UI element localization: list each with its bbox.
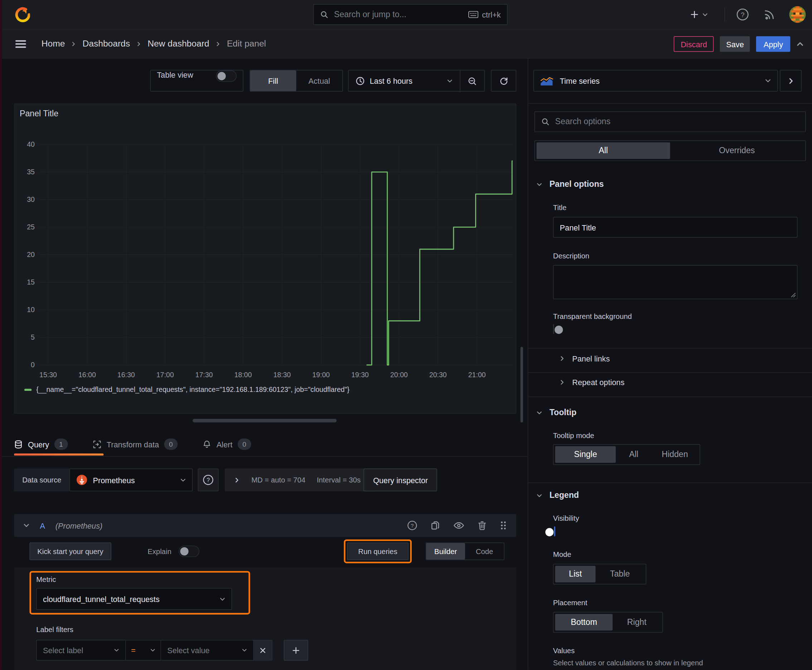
legend-mode-table[interactable]: Table [596, 566, 644, 582]
select-value-dropdown[interactable]: Select value [161, 640, 254, 661]
vertical-scrollbar-thumb[interactable] [520, 347, 523, 422]
chevron-down-icon [219, 596, 225, 602]
datasource-label-box: Data source [14, 469, 70, 491]
panel-options-header[interactable]: Panel options [537, 180, 604, 189]
remove-filter-button[interactable] [254, 640, 273, 661]
chart-legend-marker [24, 389, 32, 391]
transparent-bg-toggle[interactable] [553, 324, 554, 333]
options-search-input[interactable] [554, 116, 799, 127]
panel-title-input[interactable] [553, 217, 798, 238]
news-rss-icon[interactable] [763, 8, 776, 21]
chevron-down-icon [114, 648, 119, 653]
chart-legend-label: {__name__="cloudflared_tunnel_total_requ… [36, 386, 349, 394]
duplicate-query-icon[interactable] [431, 520, 441, 531]
query-a-header[interactable]: A (Prometheus) ? [14, 514, 516, 537]
chart-legend[interactable]: {__name__="cloudflared_tunnel_total_requ… [24, 386, 349, 394]
kick-start-query-button[interactable]: Kick start your query [29, 543, 111, 560]
help-icon[interactable]: ? [736, 7, 750, 22]
bell-icon [203, 440, 212, 449]
global-search-box[interactable]: ctrl+k [313, 4, 507, 25]
collapse-pane-icon[interactable] [797, 41, 804, 47]
grafana-logo-icon[interactable] [15, 7, 30, 22]
delete-query-trash-icon[interactable] [477, 520, 487, 531]
datasource-name: Prometheus [93, 475, 135, 485]
legend-visibility-toggle[interactable] [554, 526, 555, 536]
menu-hamburger-icon[interactable] [14, 37, 27, 51]
query-inspector-button[interactable]: Query inspector [364, 469, 437, 491]
datasource-help-button[interactable]: ? [198, 469, 219, 491]
fill-option[interactable]: Fill [250, 71, 297, 91]
discard-button[interactable]: Discard [674, 36, 714, 52]
active-tab-underline [14, 453, 103, 456]
transparent-bg-label: Transparent background [553, 312, 632, 320]
tooltip-header[interactable]: Tooltip [537, 408, 577, 417]
topnav-divider [725, 7, 725, 22]
tooltip-single-option[interactable]: Single [555, 446, 616, 463]
options-search-box[interactable] [534, 111, 806, 132]
metric-label: Metric [36, 575, 56, 584]
operator-dropdown[interactable]: = [125, 640, 161, 661]
panel-links-header[interactable]: Panel links [559, 354, 610, 363]
legend-mode-list[interactable]: List [555, 566, 596, 582]
breadcrumb-new-dashboard[interactable]: New dashboard [147, 39, 209, 49]
explain-toggle[interactable] [179, 546, 199, 557]
save-button[interactable]: Save [720, 36, 750, 52]
tab-overrides[interactable]: Overrides [670, 142, 804, 159]
tab-alert[interactable]: Alert 0 [203, 438, 251, 450]
svg-text:19:00: 19:00 [312, 371, 330, 379]
tab-transform-data[interactable]: Transform data 0 [93, 438, 178, 450]
select-label-placeholder: Select label [43, 646, 83, 655]
query-help-icon[interactable]: ? [406, 520, 418, 531]
tooltip-hidden-option[interactable]: Hidden [652, 446, 698, 463]
svg-text:15:30: 15:30 [39, 371, 57, 379]
fill-actual-segmented: Fill Actual [249, 70, 342, 91]
add-filter-button[interactable] [284, 640, 308, 661]
chevron-down-icon [180, 477, 186, 483]
actual-option[interactable]: Actual [296, 71, 342, 91]
horizontal-scrollbar-thumb[interactable] [193, 419, 337, 422]
legend-header[interactable]: Legend [537, 491, 579, 500]
sidebar-divider [528, 372, 812, 372]
builder-option[interactable]: Builder [426, 543, 465, 559]
options-tabs: All Overrides [534, 140, 806, 161]
breadcrumb-dashboards[interactable]: Dashboards [83, 39, 131, 49]
visualization-picker[interactable]: Time series [534, 70, 778, 91]
refresh-button[interactable] [491, 70, 516, 91]
chevron-right-icon [787, 77, 794, 84]
tab-all-options[interactable]: All [537, 142, 670, 159]
drag-handle-grip-icon[interactable] [500, 520, 507, 531]
collapse-query-icon[interactable] [23, 522, 29, 528]
repeat-options-header[interactable]: Repeat options [559, 378, 624, 387]
chevron-down-icon [242, 648, 247, 653]
tooltip-all-option[interactable]: All [616, 446, 652, 463]
code-option[interactable]: Code [465, 543, 504, 559]
select-label-dropdown[interactable]: Select label [36, 640, 125, 661]
description-textarea[interactable] [553, 265, 798, 299]
resize-handle-icon[interactable] [791, 293, 796, 298]
new-menu-button[interactable] [690, 6, 708, 22]
breadcrumb-bar: Home Dashboards New dashboard Edit panel… [0, 29, 812, 58]
table-view-toggle[interactable] [216, 71, 237, 82]
legend-placement-bottom[interactable]: Bottom [555, 614, 613, 630]
chevron-down-icon [765, 78, 771, 84]
plus-icon [292, 646, 300, 654]
datasource-picker[interactable]: Prometheus [70, 469, 193, 491]
time-range-button[interactable]: Last 6 hours [348, 71, 460, 91]
tab-query[interactable]: Query 1 [14, 438, 68, 450]
zoom-out-time-button[interactable] [460, 71, 485, 92]
svg-text:?: ? [741, 11, 744, 19]
tab-transform-label: Transform data [107, 440, 159, 449]
metric-select[interactable]: cloudflared_tunnel_total_requests [36, 588, 232, 610]
timeseries-chart[interactable]: 051015202530354015:3016:0016:3017:0017:3… [15, 104, 516, 381]
toggle-viz-pane-button[interactable] [780, 70, 802, 91]
sidebar-divider [528, 348, 812, 348]
apply-button[interactable]: Apply [756, 36, 790, 52]
legend-placement-right[interactable]: Right [613, 614, 661, 630]
run-queries-button[interactable]: Run queries [347, 543, 409, 560]
expand-stats-icon[interactable] [234, 477, 240, 483]
toggle-visibility-eye-icon[interactable] [453, 520, 465, 531]
user-avatar[interactable] [789, 6, 805, 22]
breadcrumb-home[interactable]: Home [42, 39, 65, 49]
global-search-input[interactable] [333, 9, 468, 20]
datasource-row: Data source Prometheus ? MD = auto = 704… [14, 469, 437, 491]
